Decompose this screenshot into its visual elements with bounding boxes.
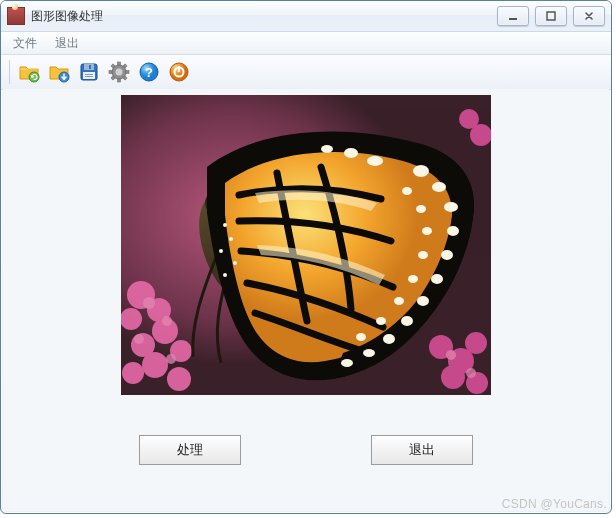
svg-point-43 (162, 316, 172, 326)
import-folder-button[interactable] (46, 59, 72, 85)
maximize-button[interactable] (535, 6, 567, 26)
client-area: 处理 退出 (3, 89, 609, 511)
image-view (121, 95, 491, 395)
svg-point-60 (341, 359, 353, 367)
svg-rect-8 (85, 74, 93, 75)
open-folder-button[interactable] (16, 59, 42, 85)
svg-point-34 (167, 367, 191, 391)
svg-point-58 (383, 334, 395, 344)
svg-point-67 (376, 317, 386, 325)
svg-point-55 (431, 274, 443, 284)
svg-point-71 (321, 145, 333, 153)
svg-point-69 (367, 156, 383, 166)
svg-point-65 (408, 275, 418, 283)
app-window: 图形图像处理 文件 退出 (0, 0, 612, 514)
svg-rect-24 (178, 66, 180, 72)
butterfly-illustration (121, 95, 491, 395)
svg-point-61 (402, 187, 412, 195)
svg-point-46 (446, 350, 456, 360)
svg-point-51 (432, 182, 446, 192)
menu-exit[interactable]: 退出 (47, 33, 87, 54)
help-button[interactable]: ? (136, 59, 162, 85)
svg-point-70 (344, 148, 358, 158)
menu-file[interactable]: 文件 (5, 33, 45, 54)
svg-rect-9 (85, 76, 93, 77)
maximize-icon (545, 11, 557, 21)
svg-point-45 (166, 354, 176, 364)
svg-point-72 (223, 223, 227, 227)
svg-point-38 (441, 365, 465, 389)
svg-point-74 (219, 249, 223, 253)
help-icon: ? (137, 60, 161, 84)
button-row: 处理 退出 (139, 435, 473, 465)
title-bar: 图形图像处理 (1, 1, 611, 32)
folder-download-icon (47, 60, 71, 84)
svg-point-37 (465, 332, 487, 354)
minimize-button[interactable] (497, 6, 529, 26)
save-button[interactable] (76, 59, 102, 85)
svg-point-63 (422, 227, 432, 235)
svg-point-75 (233, 261, 237, 265)
svg-point-54 (441, 250, 453, 260)
power-icon (167, 60, 191, 84)
toolbar-divider (9, 60, 10, 84)
svg-point-44 (134, 334, 144, 344)
window-buttons (497, 6, 605, 26)
gear-icon (107, 60, 131, 84)
watermark-text: CSDN @YouCans. (502, 497, 607, 511)
window-title: 图形图像处理 (31, 8, 497, 25)
svg-rect-0 (509, 18, 517, 20)
svg-point-33 (122, 362, 144, 384)
svg-point-47 (466, 368, 476, 378)
floppy-save-icon (77, 60, 101, 84)
svg-rect-1 (547, 12, 555, 20)
svg-point-62 (416, 205, 426, 213)
exit-button[interactable]: 退出 (371, 435, 473, 465)
svg-point-73 (229, 237, 233, 241)
svg-point-32 (142, 352, 168, 378)
svg-text:?: ? (145, 65, 153, 80)
svg-point-57 (401, 316, 413, 326)
svg-point-66 (394, 297, 404, 305)
svg-point-52 (444, 202, 458, 212)
svg-point-53 (447, 226, 459, 236)
process-button[interactable]: 处理 (139, 435, 241, 465)
close-button[interactable] (573, 6, 605, 26)
svg-point-28 (121, 308, 142, 330)
svg-point-42 (143, 297, 155, 309)
toolbar: ? (1, 55, 611, 90)
power-button[interactable] (166, 59, 192, 85)
svg-rect-6 (89, 65, 91, 69)
svg-point-76 (223, 273, 227, 277)
svg-rect-7 (83, 72, 95, 79)
svg-point-64 (418, 251, 428, 259)
svg-point-19 (116, 69, 123, 76)
svg-point-68 (356, 333, 366, 341)
svg-point-50 (413, 165, 429, 177)
svg-point-56 (417, 296, 429, 306)
app-icon (7, 7, 25, 25)
minimize-icon (507, 11, 519, 21)
settings-button[interactable] (106, 59, 132, 85)
folder-refresh-icon (17, 60, 41, 84)
close-icon (583, 11, 595, 21)
menu-bar: 文件 退出 (1, 32, 611, 55)
svg-point-59 (363, 349, 375, 357)
svg-point-41 (459, 109, 479, 129)
